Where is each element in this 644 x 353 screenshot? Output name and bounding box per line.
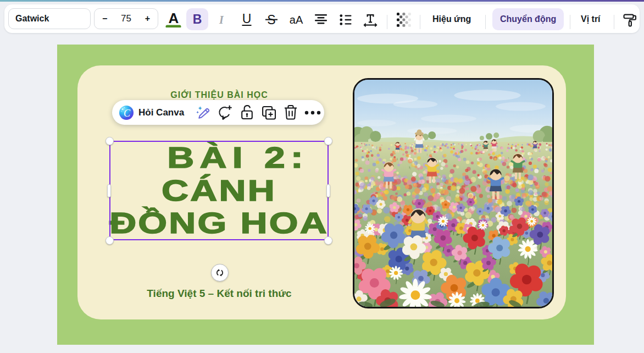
svg-text:C: C xyxy=(124,107,131,118)
svg-text:U: U xyxy=(242,12,252,26)
svg-text:A: A xyxy=(169,10,179,26)
